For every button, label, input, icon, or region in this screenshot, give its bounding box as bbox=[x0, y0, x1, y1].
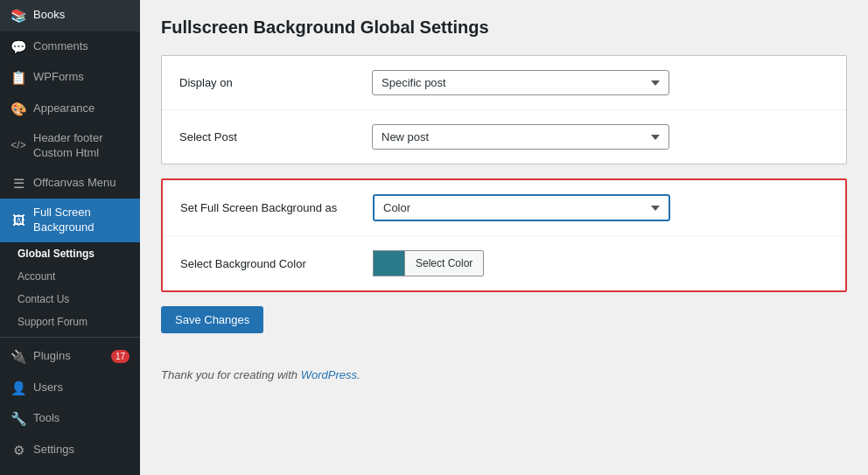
sidebar-item-label: Plugins bbox=[33, 349, 101, 364]
footer-text: Thank you for creating with WordPress. bbox=[161, 368, 847, 381]
sidebar-item-wpforms[interactable]: 📋 WPForms bbox=[0, 62, 140, 94]
sidebar-item-offcanvas[interactable]: ☰ Offcanvas Menu bbox=[0, 168, 140, 199]
sidebar-sub-global-settings[interactable]: Global Settings bbox=[0, 242, 140, 265]
highlighted-bg-section: Set Full Screen Background as Color Imag… bbox=[161, 178, 847, 292]
sidebar-item-label: Full Screen Background bbox=[33, 206, 130, 235]
page-title: Fullscreen Background Global Settings bbox=[161, 17, 847, 38]
sidebar-item-label: Users bbox=[33, 381, 130, 395]
select-post-row: Select Post New post Hello world! Sample… bbox=[162, 110, 846, 164]
select-color-button[interactable]: Select Color bbox=[404, 250, 484, 276]
display-on-select[interactable]: Specific post All posts Homepage All pag… bbox=[372, 70, 669, 95]
sidebar-item-label: Appearance bbox=[33, 101, 130, 116]
wpforms-icon: 📋 bbox=[10, 69, 26, 87]
color-swatch[interactable] bbox=[373, 250, 404, 276]
sidebar-item-plugins[interactable]: 🔌 Plugins 17 bbox=[0, 341, 140, 373]
users-icon: 👤 bbox=[10, 380, 26, 397]
sidebar-sub-support-forum[interactable]: Support Forum bbox=[0, 311, 140, 333]
select-post-control: New post Hello world! Sample Page bbox=[372, 124, 829, 150]
sidebar-sub-account[interactable]: Account bbox=[0, 265, 140, 288]
footer-text-suffix: . bbox=[357, 368, 360, 381]
footer-text-prefix: Thank you for creating with bbox=[161, 368, 301, 381]
header-footer-icon: </> bbox=[10, 139, 26, 153]
color-picker-control: Select Color bbox=[373, 250, 828, 276]
set-bg-control: Color Image Video bbox=[373, 194, 828, 221]
sidebar-item-users[interactable]: 👤 Users bbox=[0, 373, 140, 404]
sidebar-item-tools[interactable]: 🔧 Tools bbox=[0, 403, 140, 435]
sidebar-item-label: Offcanvas Menu bbox=[33, 176, 130, 191]
sidebar-item-label: Comments bbox=[33, 39, 130, 54]
sidebar-item-books[interactable]: 📚 Books bbox=[0, 0, 140, 31]
sidebar: 📚 Books 💬 Comments 📋 WPForms 🎨 Appearanc… bbox=[0, 0, 140, 475]
color-picker-wrap: Select Color bbox=[373, 250, 828, 276]
sidebar-item-label: Tools bbox=[33, 411, 130, 426]
display-on-label: Display on bbox=[179, 76, 372, 89]
plugins-badge: 17 bbox=[111, 350, 130, 363]
set-bg-label: Set Full Screen Background as bbox=[180, 201, 373, 214]
display-on-section: Display on Specific post All posts Homep… bbox=[161, 55, 847, 164]
books-icon: 📚 bbox=[10, 7, 26, 24]
appearance-icon: 🎨 bbox=[10, 101, 26, 118]
display-on-row: Display on Specific post All posts Homep… bbox=[162, 56, 846, 110]
display-on-control: Specific post All posts Homepage All pag… bbox=[372, 70, 829, 95]
sidebar-item-settings[interactable]: ⚙ Settings bbox=[0, 435, 140, 466]
settings-icon: ⚙ bbox=[10, 442, 26, 459]
save-changes-button[interactable]: Save Changes bbox=[161, 306, 263, 333]
select-color-label: Select Background Color bbox=[180, 257, 373, 270]
select-color-row: Select Background Color Select Color bbox=[163, 236, 845, 290]
main-content: Fullscreen Background Global Settings Di… bbox=[140, 0, 868, 475]
comments-icon: 💬 bbox=[10, 38, 26, 56]
sidebar-item-full-screen-bg[interactable]: 🖼 Full Screen Background bbox=[0, 199, 140, 242]
sidebar-item-appearance[interactable]: 🎨 Appearance bbox=[0, 94, 140, 125]
sidebar-item-label: WPForms bbox=[33, 70, 130, 85]
select-post-select[interactable]: New post Hello world! Sample Page bbox=[372, 124, 669, 150]
sidebar-item-label: Books bbox=[33, 8, 130, 23]
plugins-icon: 🔌 bbox=[10, 348, 26, 366]
select-post-label: Select Post bbox=[179, 130, 372, 143]
offcanvas-icon: ☰ bbox=[10, 175, 26, 192]
sidebar-item-comments[interactable]: 💬 Comments bbox=[0, 31, 140, 63]
sidebar-item-header-footer[interactable]: </> Header footer Custom Html bbox=[0, 124, 140, 168]
tools-icon: 🔧 bbox=[10, 410, 26, 428]
sidebar-item-label: Settings bbox=[33, 443, 130, 458]
sidebar-item-label: Header footer Custom Html bbox=[33, 131, 130, 161]
set-bg-select[interactable]: Color Image Video bbox=[373, 194, 670, 221]
set-bg-row: Set Full Screen Background as Color Imag… bbox=[163, 180, 845, 236]
full-screen-bg-icon: 🖼 bbox=[10, 212, 26, 229]
wordpress-link[interactable]: WordPress bbox=[301, 368, 357, 381]
sidebar-sub-contact-us[interactable]: Contact Us bbox=[0, 288, 140, 311]
